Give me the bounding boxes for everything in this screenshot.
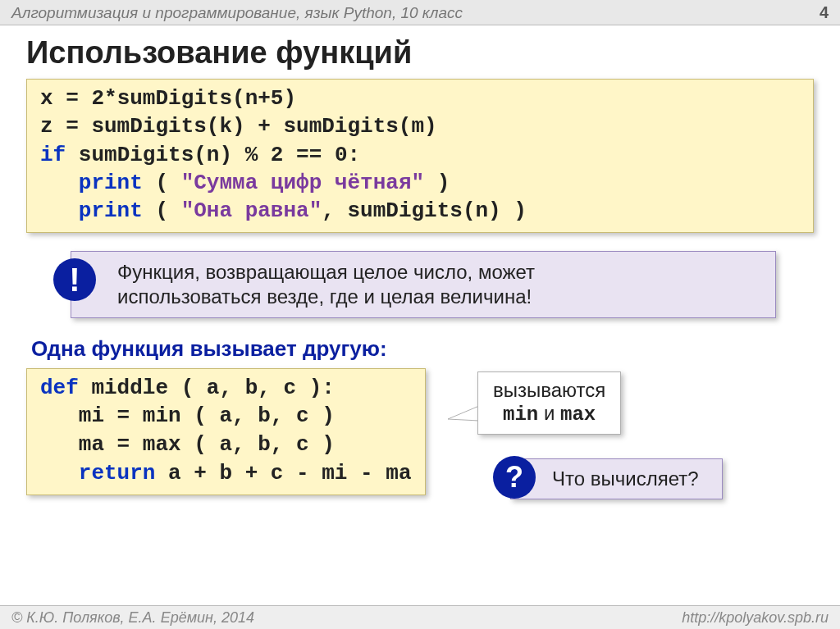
page-title: Использование функций (26, 35, 814, 71)
note-line2: min и max (493, 402, 605, 427)
note-bubble: вызываются min и max (477, 371, 621, 435)
code-block-1: x = 2*sumDigits(n+5) z = sumDigits(k) + … (26, 79, 814, 233)
question-callout: ? Что вычисляет? (510, 458, 723, 499)
svg-marker-0 (448, 406, 479, 421)
page-number: 4 (819, 3, 829, 22)
callout-line1: Функция, возвращающая целое число, может (117, 261, 535, 283)
speech-tail-icon (446, 403, 479, 426)
main-content: Использование функций x = 2*sumDigits(n+… (0, 25, 840, 495)
code-block-2: def middle ( a, b, c ): mi = min ( a, b,… (26, 368, 426, 495)
question-icon: ? (493, 456, 536, 499)
subheading: Одна функция вызывает другую: (31, 336, 814, 362)
info-callout: ! Функция, возвращающая целое число, мож… (71, 251, 776, 318)
row-2: def middle ( a, b, c ): mi = min ( a, b,… (26, 368, 814, 495)
footer-url: http://kpolyakov.spb.ru (682, 609, 829, 627)
footer-authors: © К.Ю. Поляков, Е.А. Ерёмин, 2014 (11, 609, 254, 627)
exclamation-icon: ! (53, 258, 96, 301)
callout-line2: использоваться везде, где и целая величи… (117, 285, 532, 308)
question-text: Что вычисляет? (552, 467, 699, 490)
course-title: Алгоритмизация и программирование, язык … (11, 4, 463, 22)
note-line1: вызываются (493, 379, 605, 403)
slide-header: Алгоритмизация и программирование, язык … (0, 0, 840, 25)
slide-footer: © К.Ю. Поляков, Е.А. Ерёмин, 2014 http:/… (0, 605, 840, 629)
